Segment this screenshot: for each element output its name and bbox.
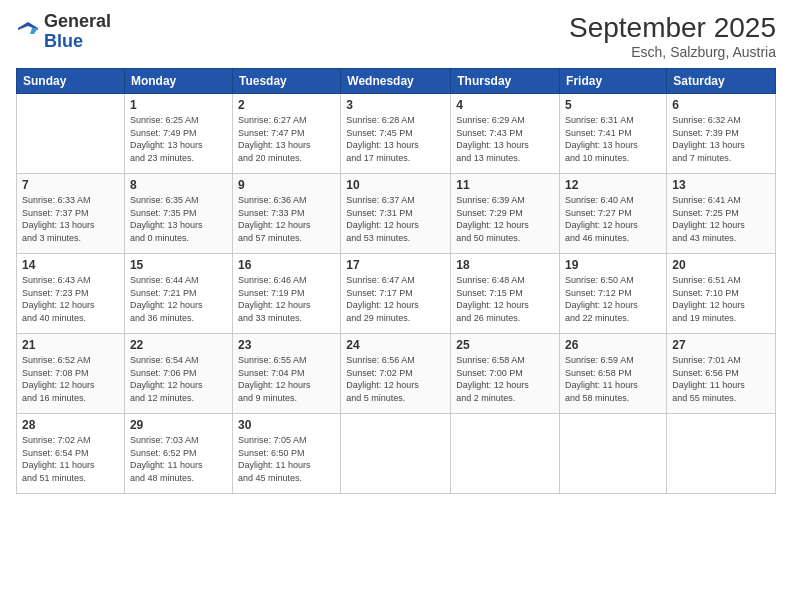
day-info: Sunrise: 6:33 AMSunset: 7:37 PMDaylight:… (22, 194, 119, 244)
calendar-cell: 16Sunrise: 6:46 AMSunset: 7:19 PMDayligh… (232, 254, 340, 334)
month-title: September 2025 (569, 12, 776, 44)
calendar-week-5: 28Sunrise: 7:02 AMSunset: 6:54 PMDayligh… (17, 414, 776, 494)
logo: General Blue (16, 12, 111, 52)
day-info: Sunrise: 6:41 AMSunset: 7:25 PMDaylight:… (672, 194, 770, 244)
svg-marker-1 (30, 28, 38, 34)
calendar-week-4: 21Sunrise: 6:52 AMSunset: 7:08 PMDayligh… (17, 334, 776, 414)
day-number: 2 (238, 98, 335, 112)
day-info: Sunrise: 6:44 AMSunset: 7:21 PMDaylight:… (130, 274, 227, 324)
calendar-cell: 7Sunrise: 6:33 AMSunset: 7:37 PMDaylight… (17, 174, 125, 254)
day-number: 1 (130, 98, 227, 112)
calendar-cell: 12Sunrise: 6:40 AMSunset: 7:27 PMDayligh… (560, 174, 667, 254)
calendar-cell: 20Sunrise: 6:51 AMSunset: 7:10 PMDayligh… (667, 254, 776, 334)
col-header-thursday: Thursday (451, 69, 560, 94)
calendar-week-3: 14Sunrise: 6:43 AMSunset: 7:23 PMDayligh… (17, 254, 776, 334)
day-info: Sunrise: 7:05 AMSunset: 6:50 PMDaylight:… (238, 434, 335, 484)
col-header-saturday: Saturday (667, 69, 776, 94)
day-number: 8 (130, 178, 227, 192)
calendar-cell (17, 94, 125, 174)
day-number: 16 (238, 258, 335, 272)
day-info: Sunrise: 6:36 AMSunset: 7:33 PMDaylight:… (238, 194, 335, 244)
calendar-cell: 4Sunrise: 6:29 AMSunset: 7:43 PMDaylight… (451, 94, 560, 174)
day-number: 7 (22, 178, 119, 192)
calendar-cell (341, 414, 451, 494)
col-header-sunday: Sunday (17, 69, 125, 94)
calendar-cell: 3Sunrise: 6:28 AMSunset: 7:45 PMDaylight… (341, 94, 451, 174)
calendar-week-1: 1Sunrise: 6:25 AMSunset: 7:49 PMDaylight… (17, 94, 776, 174)
day-info: Sunrise: 6:40 AMSunset: 7:27 PMDaylight:… (565, 194, 661, 244)
calendar-cell: 6Sunrise: 6:32 AMSunset: 7:39 PMDaylight… (667, 94, 776, 174)
calendar-cell: 14Sunrise: 6:43 AMSunset: 7:23 PMDayligh… (17, 254, 125, 334)
day-number: 15 (130, 258, 227, 272)
day-info: Sunrise: 7:01 AMSunset: 6:56 PMDaylight:… (672, 354, 770, 404)
calendar-cell: 29Sunrise: 7:03 AMSunset: 6:52 PMDayligh… (124, 414, 232, 494)
calendar-cell: 23Sunrise: 6:55 AMSunset: 7:04 PMDayligh… (232, 334, 340, 414)
day-info: Sunrise: 6:50 AMSunset: 7:12 PMDaylight:… (565, 274, 661, 324)
day-info: Sunrise: 6:37 AMSunset: 7:31 PMDaylight:… (346, 194, 445, 244)
calendar-cell: 19Sunrise: 6:50 AMSunset: 7:12 PMDayligh… (560, 254, 667, 334)
day-info: Sunrise: 7:03 AMSunset: 6:52 PMDaylight:… (130, 434, 227, 484)
calendar-cell: 2Sunrise: 6:27 AMSunset: 7:47 PMDaylight… (232, 94, 340, 174)
title-block: September 2025 Esch, Salzburg, Austria (569, 12, 776, 60)
calendar: SundayMondayTuesdayWednesdayThursdayFrid… (16, 68, 776, 494)
calendar-week-2: 7Sunrise: 6:33 AMSunset: 7:37 PMDaylight… (17, 174, 776, 254)
day-info: Sunrise: 6:29 AMSunset: 7:43 PMDaylight:… (456, 114, 554, 164)
calendar-cell: 30Sunrise: 7:05 AMSunset: 6:50 PMDayligh… (232, 414, 340, 494)
day-number: 4 (456, 98, 554, 112)
day-info: Sunrise: 6:28 AMSunset: 7:45 PMDaylight:… (346, 114, 445, 164)
day-info: Sunrise: 6:51 AMSunset: 7:10 PMDaylight:… (672, 274, 770, 324)
day-number: 21 (22, 338, 119, 352)
calendar-cell: 5Sunrise: 6:31 AMSunset: 7:41 PMDaylight… (560, 94, 667, 174)
calendar-cell: 10Sunrise: 6:37 AMSunset: 7:31 PMDayligh… (341, 174, 451, 254)
day-info: Sunrise: 6:47 AMSunset: 7:17 PMDaylight:… (346, 274, 445, 324)
logo-text: General Blue (44, 12, 111, 52)
day-number: 10 (346, 178, 445, 192)
day-number: 18 (456, 258, 554, 272)
calendar-cell: 15Sunrise: 6:44 AMSunset: 7:21 PMDayligh… (124, 254, 232, 334)
day-info: Sunrise: 6:35 AMSunset: 7:35 PMDaylight:… (130, 194, 227, 244)
calendar-cell (451, 414, 560, 494)
day-number: 29 (130, 418, 227, 432)
day-info: Sunrise: 6:48 AMSunset: 7:15 PMDaylight:… (456, 274, 554, 324)
calendar-cell: 26Sunrise: 6:59 AMSunset: 6:58 PMDayligh… (560, 334, 667, 414)
calendar-cell: 8Sunrise: 6:35 AMSunset: 7:35 PMDaylight… (124, 174, 232, 254)
calendar-cell (667, 414, 776, 494)
day-number: 30 (238, 418, 335, 432)
day-number: 9 (238, 178, 335, 192)
col-header-monday: Monday (124, 69, 232, 94)
day-number: 14 (22, 258, 119, 272)
day-number: 13 (672, 178, 770, 192)
day-number: 11 (456, 178, 554, 192)
day-number: 22 (130, 338, 227, 352)
calendar-cell (560, 414, 667, 494)
day-info: Sunrise: 6:43 AMSunset: 7:23 PMDaylight:… (22, 274, 119, 324)
calendar-cell: 1Sunrise: 6:25 AMSunset: 7:49 PMDaylight… (124, 94, 232, 174)
day-number: 25 (456, 338, 554, 352)
day-info: Sunrise: 6:54 AMSunset: 7:06 PMDaylight:… (130, 354, 227, 404)
calendar-cell: 21Sunrise: 6:52 AMSunset: 7:08 PMDayligh… (17, 334, 125, 414)
calendar-cell: 28Sunrise: 7:02 AMSunset: 6:54 PMDayligh… (17, 414, 125, 494)
day-info: Sunrise: 6:59 AMSunset: 6:58 PMDaylight:… (565, 354, 661, 404)
day-number: 19 (565, 258, 661, 272)
day-number: 5 (565, 98, 661, 112)
day-number: 6 (672, 98, 770, 112)
location: Esch, Salzburg, Austria (569, 44, 776, 60)
day-number: 26 (565, 338, 661, 352)
calendar-cell: 25Sunrise: 6:58 AMSunset: 7:00 PMDayligh… (451, 334, 560, 414)
calendar-cell: 22Sunrise: 6:54 AMSunset: 7:06 PMDayligh… (124, 334, 232, 414)
calendar-cell: 17Sunrise: 6:47 AMSunset: 7:17 PMDayligh… (341, 254, 451, 334)
day-number: 17 (346, 258, 445, 272)
col-header-tuesday: Tuesday (232, 69, 340, 94)
day-info: Sunrise: 6:39 AMSunset: 7:29 PMDaylight:… (456, 194, 554, 244)
day-number: 23 (238, 338, 335, 352)
calendar-cell: 13Sunrise: 6:41 AMSunset: 7:25 PMDayligh… (667, 174, 776, 254)
day-number: 27 (672, 338, 770, 352)
calendar-cell: 9Sunrise: 6:36 AMSunset: 7:33 PMDaylight… (232, 174, 340, 254)
day-info: Sunrise: 6:46 AMSunset: 7:19 PMDaylight:… (238, 274, 335, 324)
day-number: 12 (565, 178, 661, 192)
day-number: 24 (346, 338, 445, 352)
col-header-friday: Friday (560, 69, 667, 94)
day-info: Sunrise: 6:25 AMSunset: 7:49 PMDaylight:… (130, 114, 227, 164)
day-number: 20 (672, 258, 770, 272)
day-info: Sunrise: 6:32 AMSunset: 7:39 PMDaylight:… (672, 114, 770, 164)
